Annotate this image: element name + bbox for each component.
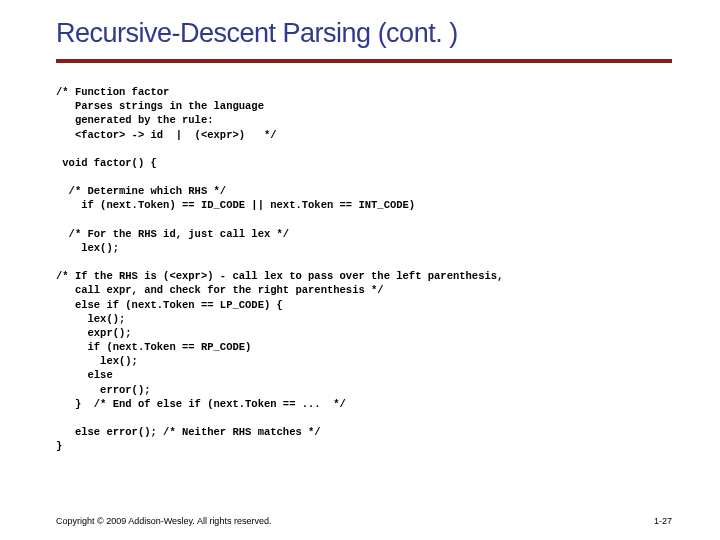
slide: Recursive-Descent Parsing (cont. ) /* Fu…: [0, 0, 720, 453]
code-block: /* Function factor Parses strings in the…: [56, 85, 672, 453]
copyright-text: Copyright © 2009 Addison-Wesley. All rig…: [56, 516, 271, 526]
title-rule: [56, 59, 672, 63]
page-title: Recursive-Descent Parsing (cont. ): [56, 18, 672, 49]
footer: Copyright © 2009 Addison-Wesley. All rig…: [56, 516, 672, 526]
page-number: 1-27: [654, 516, 672, 526]
